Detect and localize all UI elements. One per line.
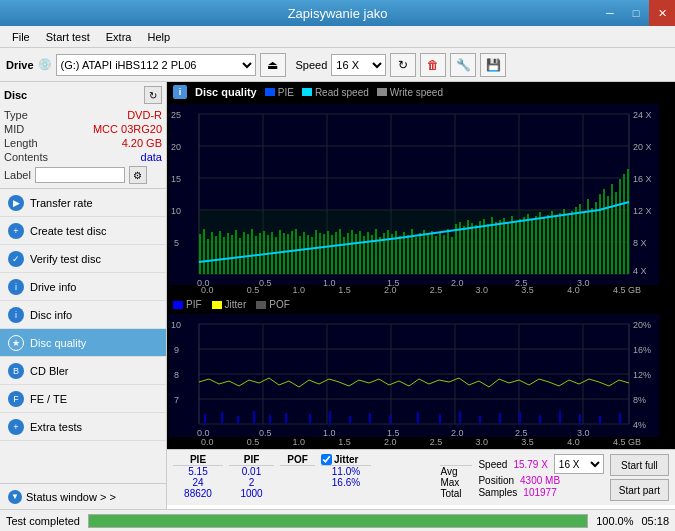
svg-rect-114 (595, 202, 597, 274)
svg-rect-171 (519, 412, 521, 424)
nav-icon-extra: + (8, 419, 24, 435)
legend-pif: PIF (173, 299, 202, 310)
nav-disc-quality[interactable]: ★ Disc quality (0, 329, 166, 357)
legend-read-speed: Read speed (302, 87, 369, 98)
start-full-button[interactable]: Start full (610, 454, 669, 476)
legend-pof-label: POF (269, 299, 290, 310)
svg-text:25: 25 (171, 110, 181, 120)
status-window[interactable]: ▼ Status window > > (0, 483, 166, 509)
jitter-header-row: Jitter (321, 454, 371, 466)
pif-header: PIF (229, 454, 274, 466)
svg-text:12%: 12% (633, 370, 651, 380)
nav-create-test-disc[interactable]: + Create test disc (0, 217, 166, 245)
legend-write-speed: Write speed (377, 87, 443, 98)
jitter-header: Jitter (334, 454, 358, 465)
svg-rect-107 (567, 215, 569, 274)
svg-rect-89 (495, 222, 497, 274)
menu-extra[interactable]: Extra (98, 29, 140, 45)
menu-help[interactable]: Help (139, 29, 178, 45)
svg-rect-166 (417, 412, 419, 424)
stats-section: PIE 5.15 24 88620 PIF 0.01 2 1000 POF (167, 449, 675, 505)
position-row: Position 4300 MB (478, 475, 603, 486)
time-display: 05:18 (641, 515, 669, 527)
maximize-button[interactable]: □ (623, 0, 649, 26)
svg-rect-176 (619, 413, 621, 424)
minimize-button[interactable]: ─ (597, 0, 623, 26)
svg-rect-83 (471, 223, 473, 274)
nav-extra-tests[interactable]: + Extra tests (0, 413, 166, 441)
svg-rect-20 (219, 231, 221, 274)
nav-cd-bler[interactable]: B CD Bler (0, 357, 166, 385)
nav-drive-info[interactable]: i Drive info (0, 273, 166, 301)
svg-rect-164 (369, 413, 371, 424)
legend-pie-color (265, 88, 275, 96)
svg-text:5: 5 (174, 238, 179, 248)
svg-rect-22 (227, 233, 229, 274)
pif-stats: PIF 0.01 2 1000 (229, 454, 274, 499)
nav-label-cd-bler: CD Bler (30, 365, 69, 377)
statusbar: Test completed 100.0% 05:18 (0, 509, 675, 531)
legend-pof: POF (256, 299, 290, 310)
svg-rect-18 (211, 232, 213, 274)
settings-button[interactable]: 🔧 (450, 53, 476, 77)
disc-header: Disc ↻ (4, 86, 162, 104)
disc-type-value: DVD-R (127, 109, 162, 121)
nav-verify-test-disc[interactable]: ✓ Verify test disc (0, 245, 166, 273)
svg-rect-94 (515, 221, 517, 274)
speed-select[interactable]: 16 X Max (554, 454, 604, 474)
start-part-button[interactable]: Start part (610, 479, 669, 501)
menubar: File Start test Extra Help (0, 26, 675, 48)
svg-rect-175 (599, 416, 601, 424)
svg-rect-23 (231, 235, 233, 274)
titlebar-controls: ─ □ ✕ (597, 0, 675, 26)
svg-rect-105 (559, 213, 561, 274)
disc-title: Disc (4, 89, 27, 101)
svg-text:16 X: 16 X (633, 174, 652, 184)
progress-bar-fill (89, 515, 587, 527)
svg-rect-53 (351, 230, 353, 274)
nav-fe-te[interactable]: F FE / TE (0, 385, 166, 413)
svg-rect-85 (479, 221, 481, 274)
position-header: Position (478, 475, 514, 486)
menu-file[interactable]: File (4, 29, 38, 45)
svg-text:8: 8 (174, 370, 179, 380)
svg-rect-116 (603, 189, 605, 274)
speed-value: 15.79 X (513, 459, 547, 470)
disc-label-gear[interactable]: ⚙ (129, 166, 147, 184)
nav-transfer-rate[interactable]: ▶ Transfer rate (0, 189, 166, 217)
svg-rect-169 (479, 416, 481, 424)
menu-start-test[interactable]: Start test (38, 29, 98, 45)
nav-icon-cdbler: B (8, 363, 24, 379)
pie-stats: PIE 5.15 24 88620 (173, 454, 223, 499)
svg-rect-160 (285, 413, 287, 424)
nav-label-disc-info: Disc info (30, 309, 72, 321)
svg-text:4%: 4% (633, 420, 646, 430)
svg-rect-72 (427, 234, 429, 274)
jitter-checkbox[interactable] (321, 454, 332, 465)
close-button[interactable]: ✕ (649, 0, 675, 26)
svg-rect-31 (263, 231, 265, 274)
drivebar: Drive 💿 (G:) ATAPI iHBS112 2 PL06 ⏏ Spee… (0, 48, 675, 82)
svg-rect-167 (439, 414, 441, 424)
nav-disc-info[interactable]: i Disc info (0, 301, 166, 329)
svg-rect-157 (237, 416, 239, 424)
drive-label: Drive (6, 59, 34, 71)
eject-button[interactable]: ⏏ (260, 53, 286, 77)
svg-rect-42 (307, 235, 309, 274)
disc-refresh-button[interactable]: ↻ (144, 86, 162, 104)
progress-bar-container (88, 514, 588, 528)
disc-type-row: Type DVD-R (4, 108, 162, 122)
drive-select[interactable]: (G:) ATAPI iHBS112 2 PL06 (56, 54, 256, 76)
speed-select[interactable]: 16 X Max 8 X 4 X (331, 54, 386, 76)
svg-rect-103 (551, 211, 553, 274)
save-button[interactable]: 💾 (480, 53, 506, 77)
svg-rect-156 (221, 412, 223, 424)
svg-text:8%: 8% (633, 395, 646, 405)
disc-mid-label: MID (4, 123, 24, 135)
refresh-button[interactable]: ↻ (390, 53, 416, 77)
erase-button[interactable]: 🗑 (420, 53, 446, 77)
disc-label-row: Label ⚙ (4, 166, 162, 184)
disc-label-input[interactable] (35, 167, 125, 183)
pie-total: 88620 (173, 488, 223, 499)
main-area: Disc ↻ Type DVD-R MID MCC 03RG20 Length … (0, 82, 675, 509)
